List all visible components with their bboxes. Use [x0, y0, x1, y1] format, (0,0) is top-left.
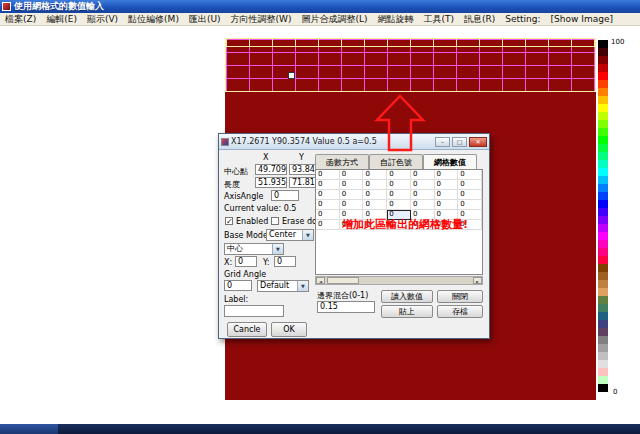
grid-cell[interactable]: 0 — [411, 200, 435, 210]
label-field[interactable] — [224, 305, 284, 317]
menu-item[interactable]: 網點旋轉 — [373, 13, 419, 26]
taskbar[interactable] — [0, 424, 640, 434]
dialog-titlebar[interactable]: X17.2671 Y90.3574 Value 0.5 a=0.5 – □ ✕ — [219, 134, 489, 150]
palette-swatch[interactable] — [598, 376, 608, 384]
palette-swatch[interactable] — [598, 128, 608, 136]
palette-swatch[interactable] — [598, 288, 608, 296]
palette-swatch[interactable] — [598, 296, 608, 304]
palette-swatch[interactable] — [598, 72, 608, 80]
ok-button[interactable]: OK — [271, 322, 307, 337]
palette-swatch[interactable] — [598, 96, 608, 104]
palette-swatch[interactable] — [598, 208, 608, 216]
close-icon[interactable]: ✕ — [469, 137, 487, 147]
grid-angle-mode-select[interactable]: Default ▼ — [257, 280, 309, 292]
start-button[interactable] — [0, 424, 58, 434]
menu-item[interactable]: 編輯(E) — [41, 13, 82, 26]
save-button[interactable]: 存檔 — [437, 305, 483, 318]
maximize-button[interactable]: □ — [452, 137, 467, 147]
palette-swatch[interactable] — [598, 224, 608, 232]
cancel-button[interactable]: Cancle — [227, 322, 267, 337]
y-offset-field[interactable]: 0 — [274, 256, 296, 267]
palette-swatch[interactable] — [598, 352, 608, 360]
read-values-button[interactable]: 讀入數值 — [381, 290, 433, 303]
palette-swatch[interactable] — [598, 320, 608, 328]
grid-cell[interactable]: 0 — [387, 170, 411, 180]
grid-cell[interactable]: 0 — [387, 180, 411, 190]
tab-1[interactable]: 函數方式 — [315, 154, 369, 169]
grid-cell[interactable]: 0 — [411, 180, 435, 190]
scrollbar-thumb[interactable] — [327, 277, 359, 284]
length-x-field[interactable]: 51.9355 — [255, 177, 287, 188]
blend-field[interactable]: 0.15 — [317, 301, 375, 313]
palette-swatch[interactable] — [598, 80, 608, 88]
grid-cell[interactable]: 0 — [363, 200, 387, 210]
palette-swatch[interactable] — [598, 64, 608, 72]
palette-swatch[interactable] — [598, 384, 608, 392]
palette-swatch[interactable] — [598, 368, 608, 376]
palette-swatch[interactable] — [598, 232, 608, 240]
palette-swatch[interactable] — [598, 152, 608, 160]
menu-item[interactable]: 點位編修(M) — [123, 13, 184, 26]
grid-cell[interactable]: 0 — [363, 190, 387, 200]
palette-swatch[interactable] — [598, 112, 608, 120]
grid-cell[interactable]: 0 — [316, 180, 340, 190]
palette-swatch[interactable] — [598, 144, 608, 152]
grid-cell[interactable]: 0 — [316, 210, 340, 220]
palette-swatch[interactable] — [598, 168, 608, 176]
palette-swatch[interactable] — [598, 344, 608, 352]
grid-cell[interactable]: 0 — [435, 180, 459, 190]
palette-swatch[interactable] — [598, 88, 608, 96]
palette-swatch[interactable] — [598, 360, 608, 368]
grid-cell[interactable]: 0 — [435, 200, 459, 210]
palette-swatch[interactable] — [598, 272, 608, 280]
palette-swatch[interactable] — [598, 136, 608, 144]
grid-cell[interactable]: 0 — [387, 200, 411, 210]
axis-angle-field[interactable]: 0 — [271, 190, 299, 201]
erase-dots-checkbox[interactable] — [271, 217, 279, 225]
palette-swatch[interactable] — [598, 248, 608, 256]
palette-swatch[interactable] — [598, 160, 608, 168]
grid-cell[interactable]: 0 — [340, 170, 364, 180]
tab-2[interactable]: 自訂色號 — [369, 154, 423, 169]
x-offset-field[interactable]: 0 — [235, 256, 257, 267]
palette-swatch[interactable] — [598, 304, 608, 312]
palette-swatch[interactable] — [598, 312, 608, 320]
menu-item[interactable]: 工具(T) — [419, 13, 460, 26]
palette-swatch[interactable] — [598, 48, 608, 56]
palette-swatch[interactable] — [598, 328, 608, 336]
menu-item[interactable]: 檔案(Z) — [0, 13, 41, 26]
grid-horizontal-scrollbar[interactable]: ◄ ► — [315, 276, 483, 285]
palette-swatch[interactable] — [598, 192, 608, 200]
grid-cell[interactable]: 0 — [458, 180, 482, 190]
anchor-select[interactable]: 中心 ▼ — [224, 243, 284, 255]
grid-cell[interactable]: 0 — [316, 200, 340, 210]
menu-item[interactable]: 圖片合成調整(L) — [296, 13, 372, 26]
grid-angle-field[interactable]: 0 — [224, 280, 252, 291]
menu-item[interactable]: Setting: — [500, 14, 545, 24]
grid-cell[interactable]: 0 — [411, 190, 435, 200]
paste-button[interactable]: 貼上 — [381, 305, 433, 318]
palette-swatch[interactable] — [598, 336, 608, 344]
grid-cell[interactable]: 0 — [363, 180, 387, 190]
grid-cell[interactable]: 0 — [363, 170, 387, 180]
palette-swatch[interactable] — [598, 200, 608, 208]
grid-cell[interactable]: 0 — [435, 170, 459, 180]
palette-swatch[interactable] — [598, 56, 608, 64]
grid-cell[interactable]: 0 — [340, 190, 364, 200]
palette-swatch[interactable] — [598, 240, 608, 248]
menu-item[interactable]: 訊息(R) — [459, 13, 500, 26]
grid-cell[interactable]: 0 — [458, 200, 482, 210]
close-button[interactable]: 關閉 — [437, 290, 483, 303]
palette-swatch[interactable] — [598, 216, 608, 224]
minimize-button[interactable]: – — [435, 137, 450, 147]
grid-cell[interactable]: 0 — [435, 190, 459, 200]
palette-swatch[interactable] — [598, 280, 608, 288]
tab-3[interactable]: 網格數值 — [423, 154, 477, 169]
menu-item[interactable]: 匯出(U) — [184, 13, 226, 26]
menu-item[interactable]: [Show Image] — [546, 14, 618, 24]
palette-swatch[interactable] — [598, 256, 608, 264]
grid-cell[interactable]: 0 — [340, 180, 364, 190]
menu-item[interactable]: 顯示(V) — [82, 13, 123, 26]
scroll-left-icon[interactable]: ◄ — [316, 277, 325, 284]
palette-swatch[interactable] — [598, 104, 608, 112]
